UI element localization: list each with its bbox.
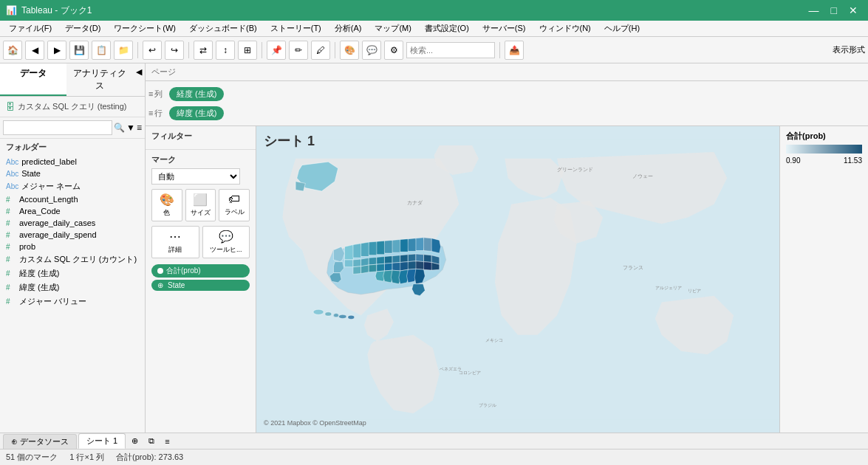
svg-point-5 xyxy=(348,315,355,319)
menu-format[interactable]: 書式設定(O) xyxy=(419,21,475,35)
toolbar-share[interactable]: 📤 xyxy=(505,41,524,60)
field-state[interactable]: Abc State xyxy=(0,168,145,179)
titlebar-controls[interactable]: — □ ✕ xyxy=(804,4,862,16)
svg-point-1 xyxy=(313,309,324,314)
mexico-label: メキシコ xyxy=(485,337,503,342)
prob-pill-dot xyxy=(157,268,163,274)
sheet-options-icon[interactable]: ≡ xyxy=(160,435,174,447)
number-icon: # xyxy=(6,196,16,204)
cols-pill[interactable]: 経度 (生成) xyxy=(169,87,224,101)
sep1 xyxy=(137,42,138,58)
toolbar-swap[interactable]: ⇄ xyxy=(194,41,213,60)
marks-type-dropdown[interactable]: 自動 棒グラフ 折れ線グラフ マップ xyxy=(151,168,240,185)
close-button[interactable]: ✕ xyxy=(844,4,862,16)
status-bar: 51 個のマーク 1 行×1 列 合計(prob): 273.63 xyxy=(0,449,868,465)
toolbar-save3[interactable]: 📁 xyxy=(114,41,133,60)
toolbar-undo[interactable]: ↩ xyxy=(143,41,162,60)
sheet1-tab[interactable]: シート 1 xyxy=(78,433,126,449)
tooltip-button[interactable]: 💬 ツールヒ... xyxy=(202,226,250,258)
field-prob[interactable]: # prob xyxy=(0,241,145,252)
field-avg-daily-cases[interactable]: # average_daily_cases xyxy=(0,217,145,229)
marks-state-pill[interactable]: ⊕ State xyxy=(151,280,250,291)
field-search-input[interactable] xyxy=(3,120,112,135)
field-measure-name[interactable]: Abc メジャー ネーム xyxy=(0,179,145,193)
number-icon-4: # xyxy=(6,231,16,239)
tab-data[interactable]: データ xyxy=(0,63,66,96)
toolbar-redo[interactable]: ↪ xyxy=(165,41,184,60)
toolbar-fix[interactable]: 📌 xyxy=(267,41,286,60)
field-latitude[interactable]: # 緯度 (生成) xyxy=(0,280,145,294)
minimize-button[interactable]: — xyxy=(804,4,824,16)
toolbar-filter[interactable]: ⚙ xyxy=(384,41,403,60)
field-measure-value[interactable]: # メジャー バリュー xyxy=(0,294,145,309)
toolbar-new[interactable]: 🏠 xyxy=(3,41,22,60)
toolbar-annotate[interactable]: 🖊 xyxy=(311,41,330,60)
label-icon: 🏷 xyxy=(228,193,240,206)
toolbar-search[interactable] xyxy=(406,42,495,58)
menu-worksheet[interactable]: ワークシート(W) xyxy=(108,21,182,35)
toolbar-tooltip[interactable]: 💬 xyxy=(362,41,381,60)
datasource-tab-icon: ⊕ xyxy=(11,437,18,446)
number-icon-5: # xyxy=(6,243,16,251)
panel-close[interactable]: ◀ xyxy=(133,63,145,96)
menu-data[interactable]: データ(D) xyxy=(59,21,106,35)
field-account-length[interactable]: # Account_Length xyxy=(0,193,145,205)
svg-point-3 xyxy=(333,314,338,317)
field-predicted-label[interactable]: Abc predicted_label xyxy=(0,156,145,168)
sep3 xyxy=(262,42,262,58)
menu-map[interactable]: マップ(M) xyxy=(369,21,417,35)
menu-server[interactable]: サーバー(S) xyxy=(476,21,532,35)
sheet-title: シート 1 xyxy=(264,132,315,150)
detail-label: 詳細 xyxy=(168,245,182,255)
rows-icon: ≡ xyxy=(148,108,153,117)
left-panel: データ アナリティクス ◀ 🗄 カスタム SQL クエリ (testing) 🔍… xyxy=(0,63,146,433)
add-sheet-icon[interactable]: ⊕ xyxy=(127,435,143,447)
menu-story[interactable]: ストーリー(T) xyxy=(264,21,327,35)
menu-icon[interactable]: ≡ xyxy=(137,123,142,133)
menu-dashboard[interactable]: ダッシュボード(B) xyxy=(183,21,263,35)
maximize-button[interactable]: □ xyxy=(827,4,841,16)
search-bar: 🔍 ▼ ≡ xyxy=(0,117,145,139)
display-mode-button[interactable]: 表示形式 xyxy=(833,44,865,55)
toolbar: 🏠 ◀ ▶ 💾 📋 📁 ↩ ↪ ⇄ ↕ ⊞ 📌 ✏ 🖊 🎨 💬 ⚙ 📤 表示形式 xyxy=(0,37,868,63)
detail-button[interactable]: ⋯ 詳細 xyxy=(151,226,199,258)
marks-label: マーク xyxy=(151,154,250,165)
toolbar-color[interactable]: 🎨 xyxy=(340,41,359,60)
cols-label: ≡ 列 xyxy=(148,89,166,100)
toolbar-sort[interactable]: ↕ xyxy=(216,41,235,60)
field-avg-daily-spend[interactable]: # average_daily_spend xyxy=(0,229,145,241)
menu-analysis[interactable]: 分析(A) xyxy=(329,21,368,35)
toolbar-mark[interactable]: ✏ xyxy=(289,41,308,60)
menu-window[interactable]: ウィンドウ(N) xyxy=(533,21,597,35)
toolbar-save[interactable]: 💾 xyxy=(69,41,89,60)
side-controls: フィルター マーク 自動 棒グラフ 折れ線グラフ マップ 🎨 色 xyxy=(146,126,256,433)
titlebar: 📊 Tableau - ブック1 — □ ✕ xyxy=(0,0,868,21)
menu-help[interactable]: ヘルプ(H) xyxy=(598,21,646,35)
filter-icon[interactable]: ▼ xyxy=(126,123,135,133)
color-button[interactable]: 🎨 色 xyxy=(151,189,182,221)
search-icon: 🔍 xyxy=(114,123,125,133)
marks-buttons: 🎨 色 ⬜ サイズ 🏷 ラベル xyxy=(151,189,250,221)
toolbar-forward[interactable]: ▶ xyxy=(47,41,66,60)
toolbar-back[interactable]: ◀ xyxy=(25,41,44,60)
field-longitude[interactable]: # 経度 (生成) xyxy=(0,266,145,280)
duplicate-sheet-icon[interactable]: ⧉ xyxy=(144,435,159,447)
size-button[interactable]: ⬜ サイズ xyxy=(185,189,216,221)
datasource-tab[interactable]: ⊕ データソース xyxy=(3,434,77,449)
tab-analytics[interactable]: アナリティクス xyxy=(66,63,133,96)
rows-pill[interactable]: 緯度 (生成) xyxy=(169,106,224,120)
toolbar-fit[interactable]: ⊞ xyxy=(238,41,257,60)
marks-section: マーク 自動 棒グラフ 折れ線グラフ マップ 🎨 色 ⬜ xyxy=(146,150,256,433)
datasource-name[interactable]: 🗄 カスタム SQL クエリ (testing) xyxy=(0,97,145,117)
field-sql-count[interactable]: # カスタム SQL クエリ (カウント) xyxy=(0,252,145,266)
marks-prob-pill[interactable]: 合計(prob) xyxy=(151,264,250,278)
folder-section-header: フォルダー xyxy=(0,139,145,156)
toolbar-save2[interactable]: 📋 xyxy=(92,41,111,60)
menu-file[interactable]: ファイル(F) xyxy=(3,21,58,35)
label-button[interactable]: 🏷 ラベル xyxy=(219,189,250,221)
middle-section: フィルター マーク 自動 棒グラフ 折れ線グラフ マップ 🎨 色 xyxy=(146,126,868,433)
field-area-code[interactable]: # Area_Code xyxy=(0,205,145,217)
color-label: 色 xyxy=(163,208,170,218)
brazil-label: ブラジル xyxy=(479,402,496,407)
canada-label: カナダ xyxy=(407,200,423,206)
